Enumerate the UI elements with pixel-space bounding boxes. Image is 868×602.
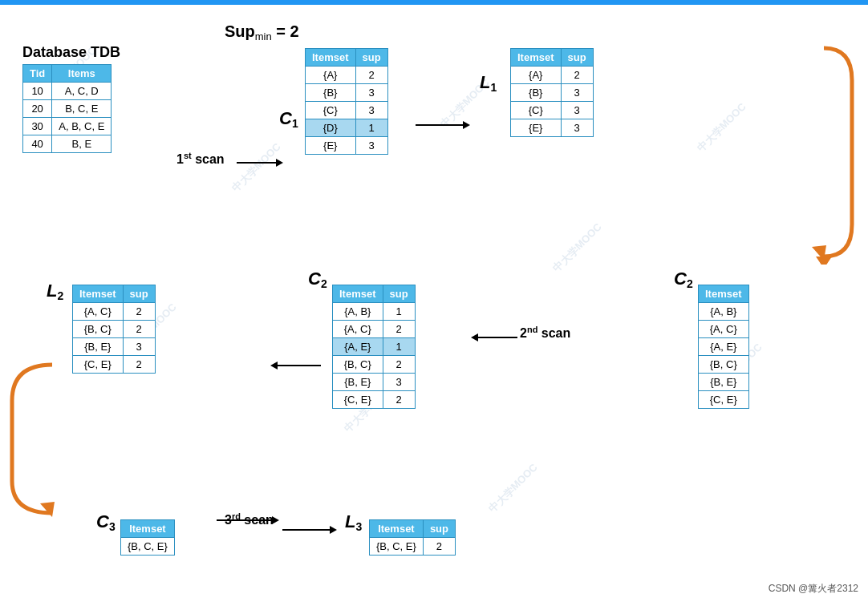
l1-cell-sup: 3: [561, 119, 593, 137]
c1-cell-sup: 3: [355, 102, 387, 119]
l1-cell-sup: 2: [561, 67, 593, 84]
c2-right-cell-itemset: {C, E}: [699, 391, 749, 409]
c2-right-label-text: C: [674, 269, 687, 289]
l1-label-text: L: [480, 72, 490, 92]
scan2-text: scan: [537, 326, 570, 340]
c2-center-label-text: C: [308, 269, 321, 289]
c1-cell-sup: 2: [355, 67, 387, 84]
l3-cell-sup: 2: [423, 538, 455, 556]
main-container: 中大学MOOC 中大学MOOC 中大学MOOC 中大学MOOC 中大学MOOC …: [0, 0, 868, 602]
watermark-7: 中大学MOOC: [485, 461, 541, 516]
l2-label: L2: [47, 281, 63, 302]
l3-table-container: Itemset sup {B, C, E}2: [369, 519, 456, 556]
l2-header-sup: sup: [123, 285, 155, 303]
l2-cell-itemset: {A, C}: [73, 303, 124, 321]
watermark-2: 中大学MOOC: [229, 140, 284, 196]
c2-right-cell-itemset: {B, E}: [699, 374, 749, 391]
c2-center-cell-itemset: {B, C}: [333, 356, 383, 374]
c2-center-cell-sup: 2: [383, 321, 415, 338]
c2-right-cell-itemset: {A, E}: [699, 338, 749, 356]
scan1-sup: st: [184, 151, 192, 160]
l1-sub-text: 1: [490, 81, 497, 94]
c1-cell-sup: 1: [355, 119, 387, 137]
c1-cell-itemset: {A}: [306, 67, 356, 84]
c3-table-container: Itemset {B, C, E}: [120, 519, 175, 556]
db-label-text: Database TDB: [22, 44, 120, 60]
l3-sub-text: 3: [355, 520, 362, 533]
sup-min-label: Supmin = 2: [225, 22, 299, 42]
orange-arrow-bottom: [4, 361, 100, 521]
c2-right-cell-itemset: {B, C}: [699, 356, 749, 374]
c2-right-table: Itemset {A, B}{A, C}{A, E}{B, C}{B, E}{C…: [698, 285, 749, 409]
c3-cell-itemset: {B, C, E}: [121, 538, 175, 556]
c2-center-cell-sup: 1: [383, 303, 415, 321]
c1-cell-sup: 3: [355, 137, 387, 155]
l1-table: Itemset sup {A}2{B}3{C}3{E}3: [510, 48, 594, 137]
c2-center-cell-itemset: {A, B}: [333, 303, 383, 321]
l1-cell-sup: 3: [561, 102, 593, 119]
l2-cell-sup: 3: [123, 338, 155, 356]
c3-label: C3: [96, 511, 116, 533]
l2-cell-sup: 2: [123, 321, 155, 338]
watermark-8: 中大学MOOC: [694, 100, 749, 156]
c2-center-label: C2: [308, 269, 327, 290]
c2-right-header-itemset: Itemset: [699, 285, 749, 303]
tdb-cell: B, E: [52, 135, 112, 153]
c3-header-itemset: Itemset: [121, 520, 175, 538]
l3-table: Itemset sup {B, C, E}2: [369, 519, 456, 556]
tdb-cell: B, C, E: [52, 100, 112, 118]
scan2-container: 2nd scan: [520, 325, 570, 341]
top-border: [0, 0, 868, 5]
l2-cell-sup: 2: [123, 356, 155, 374]
watermark-4: 中大学MOOC: [550, 220, 605, 276]
tdb-cell: 10: [23, 83, 52, 100]
c2-center-cell-itemset: {A, E}: [333, 338, 383, 356]
c1-table-container: Itemset sup {A}2{B}3{C}3{D}1{E}3: [305, 48, 388, 155]
arrow-scan1-c1: [237, 162, 277, 164]
l2-cell-itemset: {B, E}: [73, 338, 124, 356]
sup-sub: min: [255, 30, 272, 42]
c1-cell-itemset: {E}: [306, 137, 356, 155]
c1-label: C1: [279, 108, 298, 130]
tdb-cell: 30: [23, 118, 52, 135]
footer: CSDN @篝火者2312: [769, 582, 858, 596]
l3-header-itemset: Itemset: [370, 520, 424, 538]
l1-label: L1: [480, 72, 497, 94]
l1-header-sup: sup: [561, 49, 593, 67]
c2-right-sub-text: 2: [687, 277, 693, 290]
orange-arrow-top: [788, 40, 860, 265]
l1-cell-sup: 3: [561, 84, 593, 102]
c2-right-table-container: Itemset {A, B}{A, C}{A, E}{B, C}{B, E}{C…: [698, 285, 749, 409]
l3-header-sup: sup: [423, 520, 455, 538]
db-label: Database TDB: [22, 44, 120, 61]
l3-label: L3: [345, 511, 362, 533]
scan1-container: 1st scan: [176, 151, 225, 167]
arrow-c2-l2: [277, 365, 321, 366]
l3-cell-itemset: {B, C, E}: [370, 538, 424, 556]
c2-right-label: C2: [674, 269, 693, 290]
c1-sub-text: 1: [292, 117, 298, 130]
c1-header-sup: sup: [355, 49, 387, 67]
c2-center-header-sup: sup: [383, 285, 415, 303]
c2-center-cell-itemset: {A, C}: [333, 321, 383, 338]
l2-header-itemset: Itemset: [73, 285, 124, 303]
tdb-header-items: Items: [52, 65, 112, 83]
tdb-cell: A, C, D: [52, 83, 112, 100]
tdb-cell: A, B, C, E: [52, 118, 112, 135]
l1-header-itemset: Itemset: [511, 49, 562, 67]
c2-center-cell-sup: 2: [383, 391, 415, 409]
tdb-table-container: Tid Items 10A, C, D20B, C, E30A, B, C, E…: [22, 64, 112, 153]
c2-center-cell-sup: 2: [383, 356, 415, 374]
scan1-number: 1: [176, 152, 184, 166]
c1-cell-sup: 3: [355, 84, 387, 102]
c2-center-cell-itemset: {C, E}: [333, 391, 383, 409]
sup-text: Sup: [225, 22, 255, 40]
c3-sub-text: 3: [109, 520, 116, 533]
tdb-cell: 40: [23, 135, 52, 153]
c1-label-text: C: [279, 108, 292, 128]
c1-cell-itemset: {C}: [306, 102, 356, 119]
c1-cell-itemset: {B}: [306, 84, 356, 102]
arrow-scan2: [477, 337, 517, 338]
scan3-text: scan: [241, 513, 274, 527]
scan3-arrow: [282, 529, 331, 531]
